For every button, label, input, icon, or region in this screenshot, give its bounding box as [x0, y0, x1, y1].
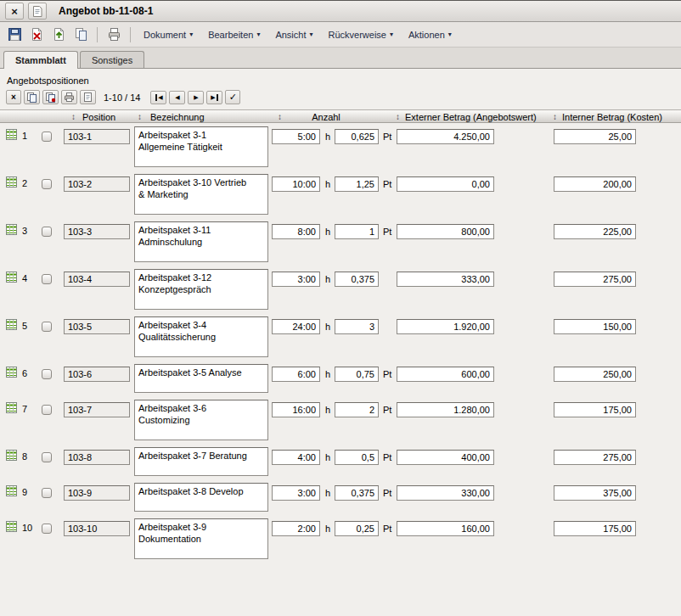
- externer-betrag-input[interactable]: [397, 521, 494, 536]
- remove-position-button[interactable]: ×: [6, 90, 21, 104]
- interner-betrag-input[interactable]: [554, 224, 636, 239]
- sort-icon-intern[interactable]: ↕: [553, 111, 557, 123]
- sort-icon-bezeichnung[interactable]: ↕: [138, 111, 142, 123]
- zeit-input[interactable]: [272, 450, 320, 465]
- position-input[interactable]: [64, 129, 130, 144]
- externer-betrag-input[interactable]: [397, 176, 494, 192]
- interner-betrag-input[interactable]: [554, 176, 636, 192]
- position-input[interactable]: [64, 367, 130, 382]
- bezeichnung-textarea[interactable]: Arbeitspaket 3-5 Analyse: [134, 364, 268, 393]
- bezeichnung-textarea[interactable]: Arbeitspaket 3-12 Konzeptgespräch: [134, 269, 268, 310]
- zeit-input[interactable]: [272, 521, 320, 536]
- row-checkbox[interactable]: [42, 322, 52, 332]
- bezeichnung-textarea[interactable]: Arbeitspaket 3-9 Dokumentation: [134, 518, 268, 559]
- externer-betrag-input[interactable]: [397, 450, 494, 465]
- position-input[interactable]: [64, 450, 130, 465]
- copy-positions-button[interactable]: [24, 90, 40, 104]
- last-page-button[interactable]: ▶: [206, 91, 222, 104]
- bezeichnung-textarea[interactable]: Arbeitspaket 3-4 Qualitätssicherung: [134, 316, 268, 357]
- interner-betrag-input[interactable]: [554, 129, 636, 144]
- pt-input[interactable]: [335, 485, 379, 501]
- copy-button[interactable]: [70, 25, 91, 45]
- bezeichnung-textarea[interactable]: Arbeitspaket 3-8 Develop: [134, 483, 268, 512]
- apply-button[interactable]: ✓: [225, 90, 240, 104]
- interner-betrag-input[interactable]: [554, 450, 636, 465]
- pt-input[interactable]: [335, 319, 379, 334]
- sort-icon-anzahl[interactable]: ↕: [278, 111, 282, 123]
- externer-betrag-input[interactable]: [397, 367, 494, 382]
- interner-betrag-input[interactable]: [554, 367, 636, 382]
- menu-ansicht[interactable]: Ansicht ▾: [275, 30, 312, 40]
- pt-input[interactable]: [335, 521, 379, 536]
- position-input[interactable]: [64, 521, 130, 536]
- externer-betrag-input[interactable]: [397, 224, 494, 239]
- pt-input[interactable]: [335, 367, 379, 382]
- zeit-input[interactable]: [272, 367, 320, 382]
- position-input[interactable]: [64, 224, 130, 239]
- position-input[interactable]: [64, 176, 130, 192]
- interner-betrag-input[interactable]: [554, 319, 636, 334]
- pt-input[interactable]: [335, 450, 379, 465]
- zeit-input[interactable]: [272, 319, 320, 334]
- row-checkbox[interactable]: [42, 524, 52, 534]
- pt-input[interactable]: [335, 272, 379, 287]
- copy-special-button[interactable]: [42, 90, 59, 104]
- position-input[interactable]: [64, 272, 130, 287]
- bezeichnung-textarea[interactable]: Arbeitspaket 3-7 Beratung: [134, 447, 268, 476]
- prev-page-button[interactable]: ◀: [169, 91, 185, 104]
- row-checkbox[interactable]: [42, 274, 52, 284]
- zeit-input[interactable]: [272, 176, 320, 192]
- row-checkbox[interactable]: [42, 488, 52, 498]
- interner-betrag-input[interactable]: [554, 272, 636, 287]
- menu-aktionen[interactable]: Aktionen ▾: [408, 30, 452, 40]
- row-checkbox[interactable]: [42, 452, 52, 462]
- pages-button[interactable]: [80, 90, 96, 104]
- externer-betrag-input[interactable]: [397, 319, 494, 334]
- interner-betrag-input[interactable]: [554, 402, 636, 417]
- bezeichnung-textarea[interactable]: Arbeitspaket 3-6 Customizing: [134, 400, 268, 440]
- interner-betrag-input[interactable]: [554, 485, 636, 501]
- menu-bearbeiten[interactable]: Bearbeiten ▾: [208, 30, 260, 40]
- tab-sonstiges[interactable]: Sonstiges: [80, 51, 144, 68]
- row-checkbox[interactable]: [42, 132, 52, 142]
- bezeichnung-textarea[interactable]: Arbeitspaket 3-11 Adminschulung: [134, 221, 268, 262]
- pt-input[interactable]: [335, 176, 379, 192]
- zeit-input[interactable]: [272, 485, 320, 501]
- position-input[interactable]: [64, 402, 130, 417]
- menu-rueckverweise[interactable]: Rückverweise ▾: [328, 30, 392, 40]
- row-checkbox[interactable]: [42, 179, 52, 189]
- interner-betrag-input[interactable]: [554, 521, 636, 536]
- close-button[interactable]: ×: [5, 3, 24, 20]
- externer-betrag-input[interactable]: [397, 485, 494, 501]
- zeit-input[interactable]: [272, 272, 320, 287]
- delete-button[interactable]: [26, 25, 47, 45]
- pt-input[interactable]: [335, 224, 379, 239]
- row-checkbox[interactable]: [42, 405, 52, 415]
- externer-betrag-input[interactable]: [397, 129, 494, 144]
- save-button[interactable]: [4, 25, 25, 45]
- pt-input[interactable]: [335, 402, 379, 417]
- bezeichnung-textarea[interactable]: Arbeitspaket 3-1 Allgemeine Tätigkeit: [134, 126, 268, 167]
- print-positions-button[interactable]: [61, 90, 77, 104]
- tab-stammblatt[interactable]: Stammblatt: [3, 51, 78, 69]
- zeit-input[interactable]: [272, 129, 320, 144]
- sort-icon-position[interactable]: ↕: [71, 111, 76, 123]
- row-checkbox[interactable]: [42, 369, 52, 379]
- export-button[interactable]: [48, 25, 69, 45]
- position-input[interactable]: [64, 319, 130, 334]
- pt-input[interactable]: [335, 129, 379, 144]
- zeit-input[interactable]: [272, 402, 320, 417]
- zeit-input[interactable]: [272, 224, 320, 239]
- menu-dokument[interactable]: Dokument ▾: [144, 30, 193, 40]
- document-button[interactable]: [28, 3, 47, 20]
- externer-betrag-input[interactable]: [397, 272, 494, 287]
- next-page-button[interactable]: ▶: [188, 91, 204, 104]
- sort-icon-extern[interactable]: ↕: [396, 111, 400, 123]
- externer-betrag-input[interactable]: [397, 402, 494, 417]
- first-page-button[interactable]: ◀: [150, 91, 166, 104]
- bezeichnung-textarea[interactable]: Arbeitspaket 3-10 Vertrieb & Marketing: [134, 174, 268, 215]
- print-button[interactable]: [104, 25, 124, 45]
- column-header-externer-betrag: Externer Betrag (Angebotswert): [405, 111, 537, 123]
- position-input[interactable]: [64, 485, 130, 501]
- row-checkbox[interactable]: [42, 227, 52, 237]
